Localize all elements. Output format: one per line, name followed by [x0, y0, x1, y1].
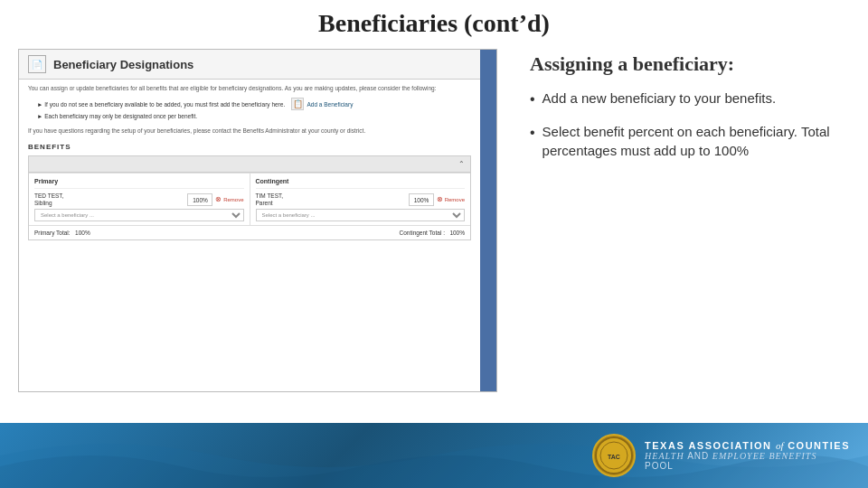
chevron-up-icon: ⌃: [458, 159, 465, 169]
seal-svg: TAC: [594, 436, 634, 475]
screenshot-header: 📄 Beneficiary Designations: [19, 50, 496, 80]
document-icon: 📄: [32, 60, 42, 70]
contingent-select[interactable]: Select a beneficiary ...: [256, 209, 466, 221]
primary-percent-box[interactable]: 100%: [187, 193, 212, 206]
add-beneficiary-button[interactable]: 📋 Add a Beneficiary: [291, 98, 353, 110]
totals-row: Primary Total: 100% Contingent Total : 1…: [29, 225, 470, 239]
footer-logo-area: TAC Texas Association of Counties Health…: [592, 434, 850, 477]
footer-seal: TAC: [592, 434, 636, 477]
bullet-text-1: Add a new beneficiary to your benefits.: [542, 89, 777, 108]
primary-remove-button[interactable]: ⊗ Remove: [215, 194, 243, 204]
bullet-list: • Add a new beneficiary to your benefits…: [530, 89, 844, 160]
contingent-total-value: 100%: [449, 230, 465, 236]
contact-text: If you have questions regarding the setu…: [28, 127, 471, 135]
svg-text:TAC: TAC: [608, 454, 620, 460]
list-item: • Select benefit percent on each benefic…: [530, 122, 844, 160]
benefits-bar[interactable]: ⌃: [29, 156, 470, 173]
assigning-title: Assigning a beneficiary:: [530, 52, 844, 76]
contingent-select-row: Select a beneficiary ...: [256, 209, 466, 221]
primary-column: Primary TED TEST, Sibling 100% ⊗ Remove: [29, 174, 250, 225]
screenshot-box: 📄 Beneficiary Designations You can assig…: [18, 49, 497, 392]
contingent-col-header: Contingent: [256, 177, 466, 189]
primary-col-header: Primary: [34, 177, 244, 189]
bullet-2: ► Each beneficiary may only be designate…: [37, 112, 471, 120]
footer-org-line2a: Health and Employee Benefits: [645, 451, 850, 461]
footer: TAC Texas Association of Counties Health…: [0, 423, 868, 488]
page-title: Beneficiaries (cont’d): [0, 0, 868, 45]
benefits-label: BENEFITS: [28, 142, 471, 152]
primary-name: TED TEST, Sibling: [34, 192, 184, 207]
left-panel: 📄 Beneficiary Designations You can assig…: [9, 45, 515, 434]
list-item: • Add a new beneficiary to your benefits…: [530, 89, 844, 109]
footer-org-line2b: Pool: [645, 461, 850, 471]
bullet-dot-1: •: [530, 89, 535, 109]
contingent-total-label: Contingent Total : 100%: [399, 229, 465, 237]
primary-beneficiary-row: TED TEST, Sibling 100% ⊗ Remove: [34, 192, 244, 207]
header-icon: 📄: [28, 55, 46, 73]
primary-total-label: Primary Total: 100%: [34, 229, 90, 237]
main-content: 📄 Beneficiary Designations You can assig…: [0, 45, 868, 434]
add-icon: 📋: [291, 98, 304, 110]
bullet-text-2: Select benefit percent on each beneficia…: [542, 122, 844, 160]
description-text: You can assign or update beneficiaries f…: [28, 85, 471, 92]
right-panel: Assigning a beneficiary: • Add a new ben…: [515, 45, 859, 434]
screenshot-body: You can assign or update beneficiaries f…: [19, 80, 496, 258]
screenshot-header-title: Beneficiary Designations: [53, 58, 193, 71]
bullet-dot-2: •: [530, 123, 535, 143]
red-arrow: [335, 190, 497, 201]
remove-icon: ⊗: [215, 195, 222, 203]
primary-total-value: 100%: [75, 230, 90, 236]
primary-select[interactable]: Select a beneficiary ...: [34, 209, 244, 221]
blue-stripe: [480, 50, 496, 391]
footer-text-block: Texas Association of Counties Health and…: [645, 440, 850, 471]
primary-select-row: Select a beneficiary ...: [34, 209, 244, 221]
bullet-1: ► If you do not see a beneficiary availa…: [37, 98, 471, 110]
footer-org-line1: Texas Association of Counties: [645, 440, 850, 451]
